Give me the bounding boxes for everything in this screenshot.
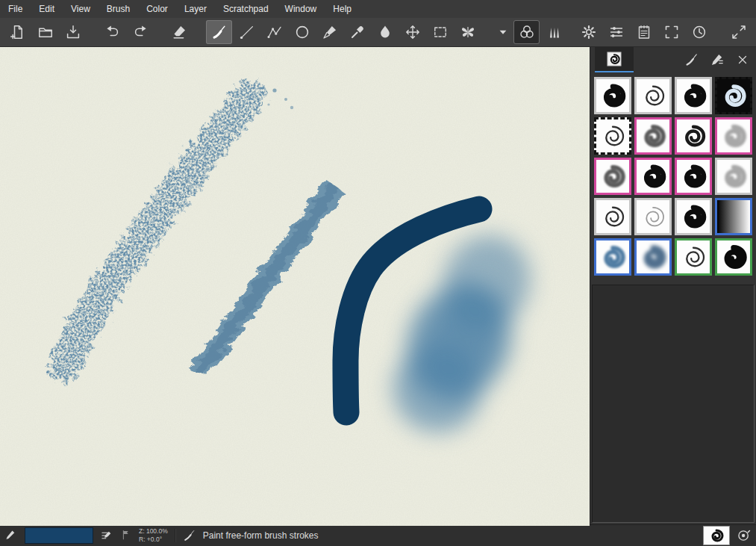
save-document-button[interactable]	[60, 20, 86, 44]
symmetry-button[interactable]	[454, 20, 481, 44]
brush-preview-swirl	[678, 201, 709, 232]
brush-preview-swirl	[597, 161, 628, 192]
butterfly-icon	[460, 24, 476, 40]
color-adjusters-toggle-button[interactable]	[513, 20, 540, 44]
ellipse-icon	[294, 24, 310, 40]
connected-lines-button[interactable]	[261, 20, 287, 44]
brush-list-empty-area[interactable]	[592, 285, 755, 523]
view-readout: Z: 100.0% R: +0.0°	[139, 527, 168, 543]
brush-swatch[interactable]	[675, 158, 712, 195]
canvas-artwork	[0, 47, 590, 526]
brush-swatch[interactable]	[715, 117, 752, 155]
sliders-icon	[608, 24, 625, 40]
brush-options-icon[interactable]	[100, 529, 113, 542]
menu-layer[interactable]: Layer	[176, 0, 215, 18]
menu-color[interactable]: Color	[138, 0, 176, 18]
painting-canvas[interactable]	[0, 47, 590, 524]
current-brush-preview[interactable]	[703, 526, 730, 545]
brush-swatch[interactable]	[715, 198, 752, 235]
brush-swatch[interactable]	[675, 238, 712, 276]
new-document-button[interactable]	[4, 20, 31, 44]
redo-button[interactable]	[127, 20, 153, 44]
expand-toolbar-button[interactable]	[725, 20, 752, 44]
menu-window[interactable]: Window	[277, 0, 325, 18]
menu-brush[interactable]: Brush	[99, 0, 138, 18]
polyline-icon	[266, 24, 283, 40]
toolbar	[0, 18, 756, 47]
move-arrows-icon	[404, 24, 421, 40]
brush-preview-swirl	[597, 120, 628, 152]
fullscreen-button[interactable]	[658, 20, 684, 44]
current-brush-swirl	[707, 527, 725, 545]
preferences-button[interactable]	[575, 20, 602, 44]
eraser-button[interactable]	[166, 20, 193, 44]
brush-list-icon	[607, 52, 622, 66]
brush-swatch[interactable]	[634, 77, 672, 114]
new-document-icon	[10, 24, 26, 40]
brush-adjust-icon[interactable]	[707, 49, 728, 70]
tool-options-dropdown-button[interactable]	[494, 20, 512, 44]
current-color-swatch[interactable]	[25, 527, 93, 544]
move-layer-button[interactable]	[399, 20, 425, 44]
ink-pen-icon	[322, 24, 338, 40]
ellipse-button[interactable]	[289, 20, 315, 44]
brush-preview-swirl	[637, 201, 669, 232]
rotation-readout: R: +0.0°	[139, 536, 168, 544]
brush-preview-swirl	[637, 241, 669, 273]
brush-swatch[interactable]	[634, 117, 672, 155]
undo-button[interactable]	[99, 20, 125, 44]
zoom-readout: Z: 100.0%	[139, 527, 168, 536]
edit-brush-icon[interactable]	[681, 49, 702, 70]
straight-line-button[interactable]	[234, 20, 260, 44]
brush-preview-swirl	[718, 80, 749, 111]
eyedropper-icon	[349, 24, 366, 40]
inking-button[interactable]	[316, 20, 343, 44]
flag-icon[interactable]	[120, 529, 132, 541]
freehand-brush-button[interactable]	[206, 20, 232, 44]
pick-color-button[interactable]	[344, 20, 370, 44]
notepad-icon	[636, 24, 652, 40]
menu-help[interactable]: Help	[325, 0, 360, 18]
brush-swatch[interactable]	[594, 238, 631, 276]
brush-swatch[interactable]	[634, 198, 672, 235]
menu-scratchpad[interactable]: Scratchpad	[215, 0, 277, 18]
brush-swatch[interactable]	[594, 77, 631, 114]
scratchpad-button[interactable]	[631, 20, 657, 44]
flood-fill-button[interactable]	[372, 20, 398, 44]
chevron-down-icon	[496, 25, 510, 39]
brush-swatch[interactable]	[594, 158, 631, 195]
status-bar: Z: 100.0% R: +0.0° Paint free-form brush…	[0, 524, 756, 546]
gear-icon	[581, 24, 597, 40]
brush-swatch[interactable]	[675, 77, 712, 114]
menu-file[interactable]: File	[0, 0, 31, 18]
line-icon	[239, 24, 255, 40]
menu-view[interactable]: View	[63, 0, 99, 18]
brush-color-history-icon[interactable]	[737, 528, 752, 543]
brush-swatch[interactable]	[634, 238, 672, 276]
menu-edit[interactable]: Edit	[31, 0, 63, 18]
expand-arrows-icon	[731, 24, 747, 40]
close-panel-icon[interactable]	[732, 49, 753, 70]
paint-drop-icon	[377, 24, 393, 40]
menu-bar: File Edit View Brush Color Layer Scratch…	[0, 0, 756, 18]
brush-settings-button[interactable]	[603, 20, 629, 44]
open-document-button[interactable]	[32, 20, 58, 44]
brush-swatch[interactable]	[715, 238, 752, 276]
undo-icon	[104, 24, 121, 40]
brush-swatch[interactable]	[675, 117, 712, 155]
brush-swatch[interactable]	[594, 117, 631, 155]
brush-groups-toggle-button[interactable]	[541, 20, 567, 44]
brush-swatch[interactable]	[715, 158, 752, 195]
paintbrush-icon	[211, 24, 228, 40]
tab-brush-list[interactable]	[595, 47, 634, 72]
brush-preview-swirl	[718, 120, 749, 152]
brush-preview-swirl	[597, 241, 628, 273]
brush-swatch[interactable]	[675, 198, 712, 235]
brush-swatch[interactable]	[634, 158, 672, 195]
brush-preview-swirl	[637, 80, 669, 111]
edit-history-button[interactable]	[686, 20, 712, 44]
frame-button[interactable]	[427, 20, 453, 44]
current-tool-icon	[4, 529, 18, 542]
brush-swatch[interactable]	[715, 77, 752, 114]
brush-swatch[interactable]	[594, 198, 631, 235]
